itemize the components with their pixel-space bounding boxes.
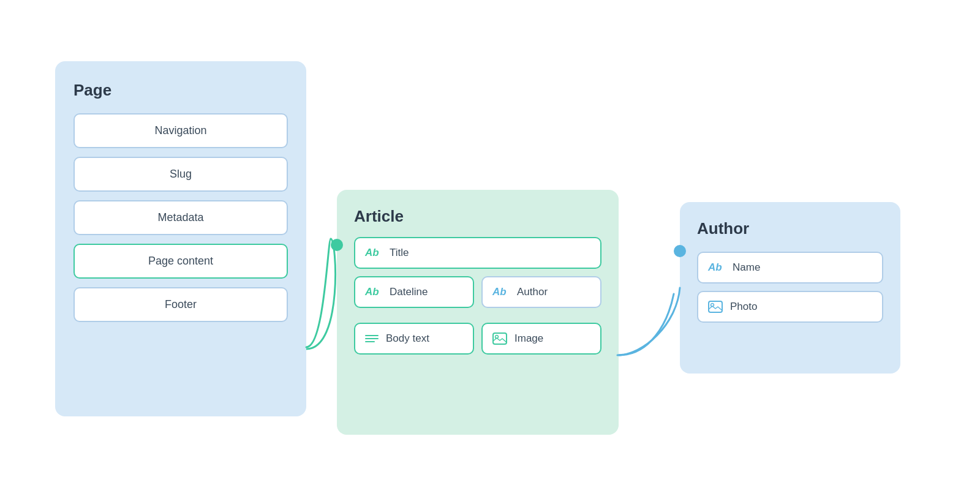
author-field: Ab Author [481,276,601,308]
body-text-field: Body text [354,323,474,355]
image-icon-article [492,332,507,345]
dateline-field: Ab Dateline [354,276,474,308]
author-connector-dot [674,245,686,257]
article-grid: Ab Dateline Ab Author Body text [354,276,601,362]
ab-icon-dateline: Ab [365,286,382,298]
page-content-field: Page content [74,244,288,279]
metadata-field: Metadata [74,200,288,235]
navigation-field: Navigation [74,113,288,148]
diagram-container: Page Navigation Slug Metadata Page conte… [31,24,949,453]
ab-icon-name: Ab [708,261,725,274]
article-panel: Article Ab Title Ab Dateline Ab Author [337,190,619,435]
svg-rect-3 [493,333,507,344]
page-panel-title: Page [74,81,288,100]
lines-icon [365,333,379,344]
image-icon-photo [708,301,723,313]
slug-field: Slug [74,157,288,192]
author-photo-field: Photo [697,291,883,323]
ab-icon-title: Ab [365,247,382,259]
author-panel: Author Ab Name Photo [680,202,900,374]
footer-field: Footer [74,287,288,322]
article-panel-title: Article [354,207,601,226]
image-field-article: Image [481,323,601,355]
article-title-field: Ab Title [354,237,601,269]
author-panel-title: Author [697,219,883,238]
ab-icon-author: Ab [492,286,510,298]
author-name-field: Ab Name [697,252,883,284]
page-panel: Page Navigation Slug Metadata Page conte… [55,61,306,416]
article-connector-dot [331,239,343,251]
svg-rect-5 [709,301,722,312]
